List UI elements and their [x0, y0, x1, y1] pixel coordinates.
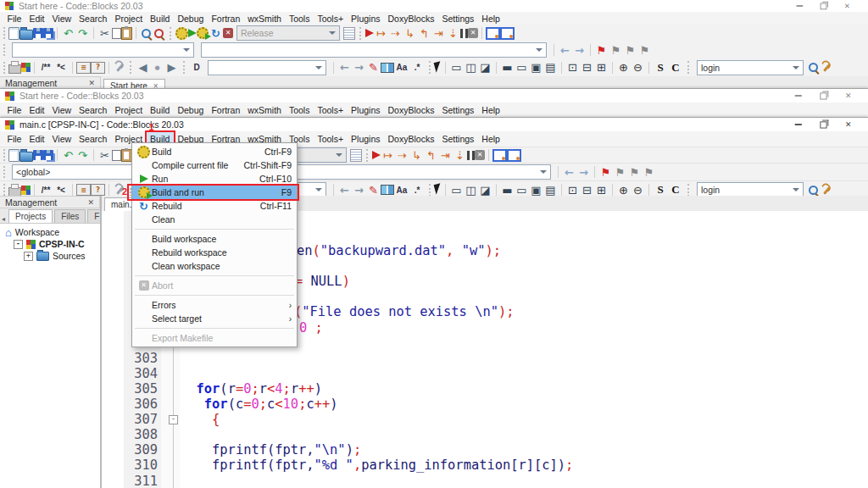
menu-build[interactable]: Build — [147, 12, 174, 25]
step-into-instruction-icon[interactable]: ⇣ — [453, 148, 467, 162]
search-options-icon[interactable] — [820, 184, 832, 197]
tab-fsymbols[interactable]: F — [87, 209, 101, 223]
browse-marker-icon[interactable]: ● — [150, 61, 164, 75]
menu-wxsmith[interactable]: wxSmith — [244, 12, 286, 25]
stop-debugger-icon[interactable] — [475, 150, 485, 160]
wx-dialog-icon[interactable]: ⊡ — [565, 61, 580, 75]
show-notes-icon[interactable] — [343, 27, 355, 40]
match-case-icon[interactable]: Aa — [394, 61, 409, 75]
debugging-windows-icon[interactable] — [492, 149, 507, 162]
wx-dialog-icon[interactable]: ⊡ — [565, 183, 580, 197]
close-button[interactable]: ✕ — [845, 121, 852, 129]
run-to-cursor-icon[interactable]: ↦ — [374, 26, 388, 40]
match-case-icon[interactable]: Aa — [394, 183, 409, 197]
step-out-icon[interactable]: ↰ — [417, 26, 431, 40]
wx-notebook-icon[interactable]: ▣ — [529, 183, 543, 197]
collapse-icon[interactable]: - — [14, 240, 23, 249]
menu-tools[interactable]: Tools+ — [314, 12, 348, 25]
menu-wxsmith[interactable]: wxSmith — [244, 103, 286, 117]
wx-listbook-icon[interactable]: ▤ — [543, 61, 558, 75]
doxy-extract-docs-icon[interactable] — [8, 187, 21, 197]
menu-item-compile-current-file[interactable]: Compile current fileCtrl-Shift-F9 — [132, 158, 297, 172]
wx-sizer-v-icon[interactable]: ⊞ — [594, 61, 609, 75]
wx-sizer-h-icon[interactable]: ⊟ — [580, 61, 594, 75]
highlight-tool-icon[interactable]: ✎ — [366, 183, 381, 197]
wx-toolbar-icon[interactable]: ▬ — [500, 183, 515, 197]
new-file-icon[interactable] — [8, 27, 19, 40]
minimize-button[interactable] — [794, 124, 801, 125]
menu-settings[interactable]: Settings — [438, 103, 478, 117]
search-options-icon[interactable] — [820, 61, 832, 74]
expand-icon[interactable]: + — [24, 252, 33, 261]
doxy-run-chm-icon[interactable]: ? — [91, 184, 105, 196]
next-bookmark-icon[interactable]: ⚑ — [623, 43, 637, 57]
book-icon[interactable] — [381, 185, 394, 195]
open-file-icon[interactable] — [19, 30, 33, 40]
doxy-comment-block-icon[interactable]: /** — [38, 61, 53, 75]
abort-build-icon[interactable] — [223, 28, 233, 38]
zoom-in-icon[interactable]: ⊕ — [616, 183, 631, 197]
wx-statusbar-icon[interactable]: ▭ — [515, 183, 529, 197]
nav-back-icon[interactable]: ← — [558, 43, 572, 57]
menu-tools[interactable]: Tools+ — [314, 132, 348, 146]
jump-forward-icon[interactable]: → — [352, 183, 366, 197]
redo-icon[interactable]: ↷ — [75, 26, 90, 40]
nav-forward-icon[interactable]: → — [576, 165, 591, 179]
doxy-run-chm-icon[interactable]: ? — [91, 62, 105, 74]
menu-project[interactable]: Project — [111, 12, 147, 25]
jump-forward-icon[interactable]: → — [352, 61, 366, 75]
menu-help[interactable]: Help — [478, 132, 504, 146]
find-icon[interactable] — [140, 27, 153, 40]
toggle-bookmark-icon[interactable]: ⚑ — [594, 43, 609, 57]
build-icon[interactable] — [175, 27, 188, 40]
wx-statusbar-icon[interactable]: ▭ — [515, 61, 529, 75]
menu-item-clean-workspace[interactable]: Clean workspace — [132, 259, 297, 273]
wx-sizer-h-icon[interactable]: ⊟ — [580, 183, 594, 197]
show-notes-icon[interactable] — [350, 149, 362, 162]
tree-item-cpsp-in-c[interactable]: -CPSP-IN-C — [0, 238, 100, 250]
menu-item-export-makefile[interactable]: Export Makefile — [132, 331, 297, 345]
menu-settings[interactable]: Settings — [438, 132, 478, 146]
run-to-cursor-icon[interactable]: ↦ — [381, 148, 395, 162]
nav-back-icon[interactable]: ← — [562, 165, 576, 179]
minimize-button[interactable] — [794, 95, 801, 96]
copy-icon[interactable] — [112, 28, 121, 39]
next-bookmark-icon[interactable]: ⚑ — [627, 165, 642, 179]
menu-file[interactable]: File — [3, 132, 25, 146]
menu-plugins[interactable]: Plugins — [348, 12, 384, 25]
browse-forward-icon[interactable]: ▶ — [164, 61, 179, 75]
zoom-out-icon[interactable]: ⊖ — [631, 61, 645, 75]
menu-item-rebuild[interactable]: ↻RebuildCtrl-F11 — [132, 199, 297, 213]
menu-edit[interactable]: Edit — [25, 103, 48, 117]
search-go-icon[interactable] — [807, 61, 820, 74]
management-close-icon[interactable]: ✕ — [87, 198, 94, 207]
save-all-icon[interactable] — [43, 150, 53, 160]
menu-item-errors[interactable]: Errors› — [132, 298, 297, 312]
step-into-icon[interactable]: ↳ — [409, 148, 424, 162]
rebuild-icon[interactable]: ↻ — [136, 199, 151, 213]
menu-settings[interactable]: Settings — [438, 12, 478, 25]
prev-bookmark-icon[interactable]: ⚑ — [609, 43, 623, 57]
menu-item-clean[interactable]: Clean — [132, 213, 297, 226]
next-instruction-icon[interactable]: ⇥ — [431, 26, 446, 40]
save-icon[interactable] — [33, 28, 43, 38]
management-close-icon[interactable]: ✕ — [88, 79, 95, 87]
tab-scroll-left-icon[interactable]: ◂ — [0, 215, 7, 223]
menu-debug[interactable]: Debug — [174, 103, 208, 117]
toggle-bookmark-icon[interactable]: ⚑ — [598, 165, 613, 179]
step-into-instruction-icon[interactable]: ⇣ — [446, 26, 460, 40]
menu-debug[interactable]: Debug — [174, 12, 208, 25]
debugging-windows-icon[interactable] — [486, 27, 500, 40]
restore-button[interactable] — [820, 92, 826, 99]
redo-icon[interactable]: ↷ — [75, 148, 90, 162]
tab-projects[interactable]: Projects — [8, 209, 53, 223]
tree-item-sources[interactable]: +Sources — [0, 250, 100, 262]
doxy-run-html-icon[interactable]: ≡ — [76, 62, 91, 74]
wx-panel-icon[interactable]: ◪ — [478, 183, 492, 197]
paste-icon[interactable] — [121, 27, 132, 40]
menu-search[interactable]: Search — [75, 132, 111, 146]
run-icon[interactable] — [140, 175, 148, 183]
doxy-config-icon[interactable] — [113, 61, 125, 74]
clear-bookmarks-icon[interactable]: ⚑ — [642, 165, 656, 179]
menu-file[interactable]: File — [3, 103, 25, 117]
